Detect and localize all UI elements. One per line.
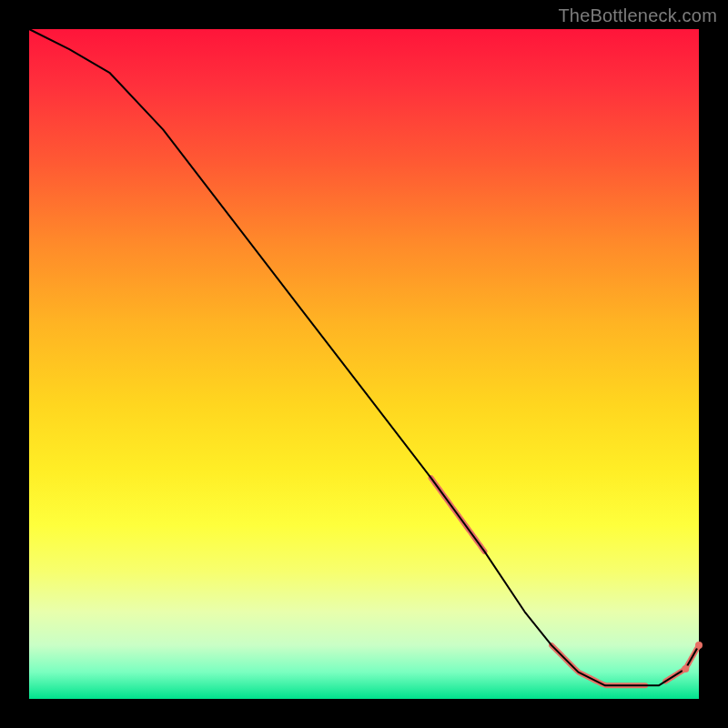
curve-dot <box>695 642 703 649</box>
stage: TheBottleneck.com <box>0 0 728 728</box>
curve-path <box>29 29 699 685</box>
highlight-segment <box>551 645 645 685</box>
highlight-segments-group <box>431 478 699 685</box>
watermark-text: TheBottleneck.com <box>558 5 717 26</box>
curve-dot <box>682 665 689 672</box>
chart-overlay <box>29 29 699 699</box>
highlight-segment <box>665 645 699 682</box>
